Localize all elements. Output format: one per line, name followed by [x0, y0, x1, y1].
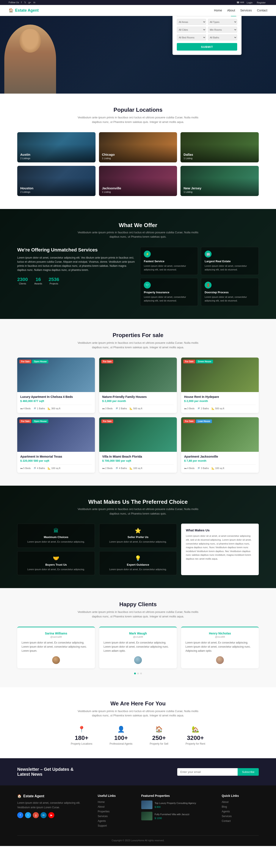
- prop-features-2: 🛏 3 Beds 🚿 2 Baths 📐 500 sq ft: [102, 407, 174, 410]
- baths-select[interactable]: All Baths: [208, 34, 237, 40]
- login-link[interactable]: Login: [247, 1, 252, 4]
- quick-contact[interactable]: Contact: [222, 819, 259, 823]
- quick-blog[interactable]: Blog: [222, 805, 259, 808]
- nav-home[interactable]: Home: [214, 9, 222, 12]
- choice-subtitle: Vestibulum ante ipsum primis in faucibus…: [73, 507, 203, 516]
- badge-open: Open House: [32, 360, 48, 363]
- prop-image-5: For Sale: [99, 417, 177, 452]
- social-in[interactable]: in: [33, 1, 35, 4]
- newsletter-subscribe-button[interactable]: Subscribe: [238, 768, 259, 776]
- footer-link-support[interactable]: Support: [98, 824, 135, 827]
- logo[interactable]: 🏠 Estate Agent: [9, 8, 39, 13]
- locations-grid: Austin 2 Listings Chicago 1 Listing Dall…: [17, 132, 259, 196]
- top-bar: Follow Us f 𝕏 g+ in ☎ 444 Login Register: [0, 0, 276, 5]
- client-name-1: Sarina Williams: [22, 632, 91, 635]
- location-listings: 2 Listings: [20, 191, 30, 193]
- choice-card-seller: ⭐ Seller Prefer Us Lorem ipsum dolor sit…: [99, 524, 177, 548]
- property-card-1[interactable]: For Sale Open House Luxury Apartment In …: [17, 358, 95, 413]
- navbar: 🏠 Estate Agent Home About Services Conta…: [0, 5, 276, 16]
- location-card-jacksonville[interactable]: Jacksonville 1 Listing: [99, 166, 177, 196]
- client-text-2: Lorem ipsum dolor sit amet, Ex consectet…: [103, 641, 173, 653]
- location-card-houston[interactable]: Houston 2 Listings: [17, 166, 95, 196]
- search-input[interactable]: [177, 16, 237, 17]
- badge-sale: For Sale: [183, 360, 195, 363]
- location-card-newjersey[interactable]: New Jersey 1 Listing: [181, 166, 259, 196]
- location-card-chicago[interactable]: Chicago 1 Listing: [99, 132, 177, 162]
- newsletter-email-input[interactable]: [177, 768, 238, 776]
- area-select[interactable]: All Areas: [177, 19, 206, 25]
- property-card-4[interactable]: For Sale Open House Apartment in Memoria…: [17, 417, 95, 473]
- badge-sale: For Sale: [101, 420, 113, 423]
- offer-text: Lorem ipsum dolor sit amet, consectetur …: [17, 256, 136, 272]
- quick-services[interactable]: Services: [222, 815, 259, 818]
- location-listings: 1 Listing: [184, 191, 192, 193]
- submit-button[interactable]: SUBMIT: [177, 43, 237, 51]
- rooms-select[interactable]: Min Rooms: [208, 27, 237, 33]
- nav-contact[interactable]: Contact: [257, 9, 267, 12]
- clients-title: Happy Clients: [17, 601, 259, 608]
- social-fb[interactable]: f: [21, 1, 22, 4]
- beds-select[interactable]: All Bed Rooms: [177, 34, 206, 40]
- props-subtitle: Vestibulum ante ipsum primis in faucibus…: [73, 341, 203, 350]
- property-card-6[interactable]: For Sale Loan House Apartment Jacksonvil…: [181, 417, 259, 473]
- location-listings: 1 Listing: [102, 157, 111, 160]
- dot-2[interactable]: [137, 673, 139, 674]
- offer-grid: We're Offering Unmatched Services Lorem …: [17, 247, 259, 306]
- social-linkedin[interactable]: in: [40, 812, 47, 818]
- badge-green: Green House: [196, 360, 213, 363]
- footer-prop-2[interactable]: Fully Furnished Villa with Jacuzzi $ 120…: [141, 812, 215, 820]
- social-tw[interactable]: 𝕏: [24, 1, 26, 4]
- choice-featured-text: Lorem ipsum dolor sit ut amet, ut amet c…: [186, 534, 254, 561]
- social-youtube[interactable]: ▶: [48, 812, 54, 818]
- search-input-wrapper: 🔍: [177, 16, 237, 19]
- footer-prop-1[interactable]: Top Luxury Property Consulting Agency $ …: [141, 801, 215, 809]
- footer-links-list: Home About Properties Services Agents Su…: [98, 801, 135, 827]
- dot-1[interactable]: [134, 673, 136, 674]
- locations-title: Popular Locations: [17, 106, 259, 113]
- social-google[interactable]: g: [33, 812, 39, 818]
- stat-rent: 🏡 3200+ Property for Rent: [185, 726, 205, 745]
- offer-left: We're Offering Unmatched Services Lorem …: [17, 247, 136, 306]
- quick-agents[interactable]: Agents: [222, 810, 259, 813]
- client-name-2: Mark Waugh: [103, 632, 173, 635]
- client-card-mark: Mark Waugh @criuk88 Lorem ipsum dolor si…: [99, 627, 177, 668]
- social-twitter[interactable]: t: [25, 812, 31, 818]
- city-select[interactable]: All Cities: [177, 27, 206, 33]
- footer-quick-title: Quick Links: [222, 794, 259, 798]
- prop-title-6: Apartment Jacksonville: [184, 455, 256, 458]
- social-facebook[interactable]: f: [17, 812, 23, 818]
- nav-about[interactable]: About: [227, 9, 235, 12]
- location-card-dallas[interactable]: Dallas 1 Listing: [181, 132, 259, 162]
- property-card-3[interactable]: For Sale Green House House Rent In Hydep…: [181, 358, 259, 413]
- property-card-5[interactable]: For Sale Villa In Miami Beach Florida $ …: [99, 417, 177, 473]
- property-card-2[interactable]: For Sale Nature-Friendly Family Houses $…: [99, 358, 177, 413]
- fastest-text: Lorem ipsum dolor sit amet, consectetur …: [144, 264, 194, 271]
- maximum-title: Maximum Choices: [21, 535, 91, 539]
- hero-section: 🔍 All Areas All Types All Cities Min Roo…: [0, 16, 276, 94]
- doorstep-icon: 🚪: [205, 282, 212, 288]
- footer-link-agents[interactable]: Agents: [98, 819, 135, 823]
- location-card-austin[interactable]: Austin 2 Listings: [17, 132, 95, 162]
- clients-subtitle: Vestibulum ante ipsum primis in faucibus…: [73, 610, 203, 619]
- stats-row: 2300 Clients 16 Awards 2536 Projects: [17, 277, 136, 285]
- dot-3[interactable]: [140, 673, 142, 674]
- footer-link-properties[interactable]: Properties: [98, 810, 135, 813]
- nav-services[interactable]: Services: [240, 9, 252, 12]
- logo-icon: 🏠: [9, 8, 13, 13]
- type-select[interactable]: All Types: [208, 19, 237, 25]
- register-link[interactable]: Register: [257, 1, 266, 4]
- offer-right: ⚡ Fastest Service Lorem ipsum dolor sit …: [140, 247, 259, 306]
- search-button[interactable]: 🔍: [231, 16, 236, 16]
- here-stats: 📍 180+ Property Locations 👤 100+ Profess…: [17, 726, 259, 745]
- quick-about[interactable]: About: [222, 801, 259, 804]
- footer-featured: Featured Properties Top Luxury Property …: [141, 794, 215, 829]
- footer-prop-info-1: Top Luxury Property Consulting Agency $ …: [155, 801, 196, 809]
- footer-link-home[interactable]: Home: [98, 801, 135, 804]
- footer-link-about[interactable]: About: [98, 805, 135, 808]
- prop-price-2: $ 2,000 per month: [102, 399, 174, 403]
- stat-clients: 2300 Clients: [17, 277, 28, 285]
- locations-subtitle: Vestibulum ante ipsum primis in faucibus…: [73, 115, 203, 124]
- social-gp[interactable]: g+: [28, 1, 31, 4]
- expert-text: Lorem ipsum dolor sit amet, Ex consectet…: [103, 567, 173, 571]
- footer-link-services[interactable]: Services: [98, 815, 135, 818]
